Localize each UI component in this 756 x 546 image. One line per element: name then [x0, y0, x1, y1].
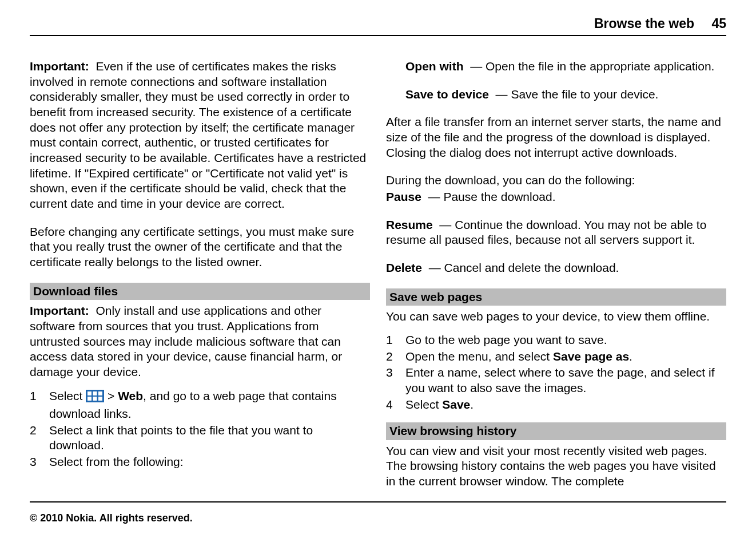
select-from-options: Open with — Open the file in the appropr…: [386, 59, 726, 102]
list-item: 3 Select from the following:: [30, 454, 370, 470]
list-item: 2 Open the menu, and select Save page as…: [386, 349, 726, 365]
transfer-paragraph: After a file transfer from an internet s…: [386, 114, 726, 160]
step-2-text: Select a link that points to the file th…: [49, 423, 370, 453]
svg-rect-6: [98, 397, 102, 401]
important-install: Important: Only install and use applicat…: [30, 303, 370, 379]
step-1-text: Select > We: [49, 389, 370, 421]
list-item: 4 Select Save.: [386, 397, 726, 413]
resume-def: Resume — Continue the download. You may …: [386, 217, 726, 248]
important-certificates: Important: Even if the use of certificat…: [30, 59, 370, 212]
svg-rect-1: [87, 391, 91, 395]
columns: Important: Even if the use of certificat…: [30, 59, 726, 489]
pause-def: Pause — Pause the download.: [386, 189, 726, 205]
step1-web: Web: [118, 389, 143, 402]
trust-owner-paragraph: Before changing any certificate settings…: [30, 224, 370, 270]
download-steps-list: 1 Select: [30, 389, 370, 469]
step-number: 1: [30, 389, 49, 404]
step-number: 3: [386, 365, 405, 381]
delete-label: Delete: [386, 261, 422, 274]
save-step-3: Enter a name, select where to save the p…: [405, 365, 726, 395]
s2-prefix: Open the menu, and select: [405, 350, 553, 363]
heading-save-web-pages: Save web pages: [386, 288, 726, 306]
pause-text: Pause the download.: [443, 190, 555, 203]
s4-suffix: .: [470, 398, 474, 411]
step-number: 3: [30, 454, 49, 470]
heading-download-files: Download files: [30, 283, 370, 300]
footer-rule: [30, 501, 726, 503]
step-number: 1: [386, 333, 405, 348]
svg-rect-5: [93, 397, 97, 401]
page-header: Browse the web 45: [30, 16, 726, 35]
step-number: 4: [386, 397, 405, 413]
step1-mid: >: [108, 389, 118, 402]
svg-rect-2: [93, 391, 97, 395]
resume-text: Continue the download. You may not be ab…: [386, 218, 706, 247]
right-column: Open with — Open the file in the appropr…: [386, 59, 726, 489]
footer-copyright: © 2010 Nokia. All rights reserved.: [30, 512, 726, 524]
save-to-device-text: Save the file to your device.: [511, 88, 658, 101]
svg-rect-4: [87, 397, 91, 401]
important-text: Even if the use of certificates makes th…: [30, 60, 366, 210]
save-steps-list: 1 Go to the web page you want to save. 2…: [386, 333, 726, 412]
list-item: 2 Select a link that points to the file …: [30, 423, 370, 453]
s4-bold: Save: [442, 398, 470, 411]
list-item: 3 Enter a name, select where to save the…: [386, 365, 726, 395]
save-step-2: Open the menu, and select Save page as.: [405, 349, 632, 365]
open-with-text: Open the file in the appropriate applica…: [486, 60, 714, 73]
s2-bold: Save page as: [553, 350, 629, 363]
left-column: Important: Even if the use of certificat…: [30, 59, 370, 489]
pause-label: Pause: [386, 190, 421, 203]
list-item: 1 Go to the web page you want to save.: [386, 333, 726, 348]
page: Browse the web 45 Important: Even if the…: [0, 0, 756, 546]
step-number: 2: [386, 349, 405, 365]
s2-suffix: .: [629, 350, 632, 363]
svg-rect-3: [98, 391, 102, 395]
delete-text: Cancel and delete the download.: [444, 261, 619, 274]
step-3-text: Select from the following:: [49, 454, 184, 470]
apps-grid-icon: [86, 390, 104, 406]
open-with-label: Open with: [405, 60, 464, 73]
history-paragraph: You can view and visit your most recentl…: [386, 444, 726, 489]
save-step-4: Select Save.: [405, 397, 474, 413]
resume-label: Resume: [386, 218, 433, 231]
header-title: Browse the web: [594, 16, 694, 31]
save-to-device-def: Save to device — Save the file to your d…: [405, 87, 726, 102]
save-step-1: Go to the web page you want to save.: [405, 333, 607, 348]
save-to-device-label: Save to device: [405, 88, 489, 101]
list-item: 1 Select: [30, 389, 370, 421]
open-with-def: Open with — Open the file in the appropr…: [405, 59, 726, 74]
during-download-intro: During the download, you can do the foll…: [386, 173, 726, 188]
important-label: Important:: [30, 60, 89, 73]
step-number: 2: [30, 423, 49, 438]
header-rule: [30, 35, 726, 36]
page-number: 45: [711, 16, 726, 31]
save-intro: You can save web pages to your device, t…: [386, 309, 726, 325]
heading-view-browsing-history: View browsing history: [386, 422, 726, 440]
s4-prefix: Select: [405, 398, 442, 411]
delete-def: Delete — Cancel and delete the download.: [386, 260, 726, 276]
important-label-2: Important:: [30, 304, 89, 317]
step1-prefix: Select: [49, 389, 86, 402]
